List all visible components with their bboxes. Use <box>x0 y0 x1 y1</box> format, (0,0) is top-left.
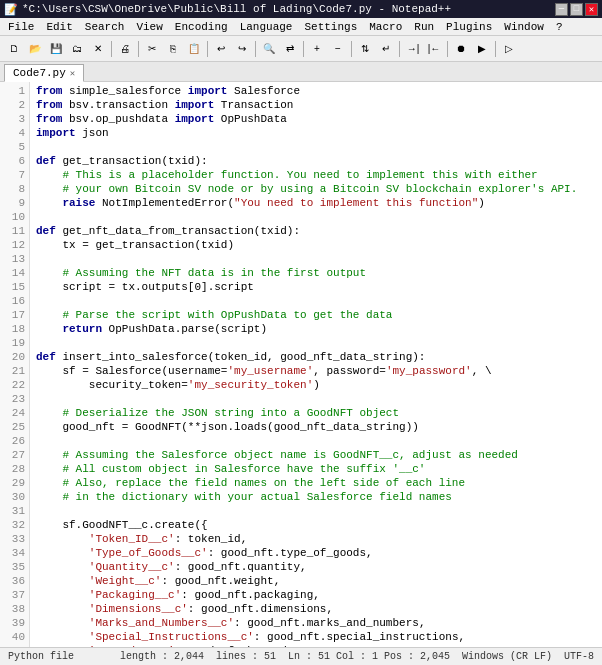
menu-edit[interactable]: Edit <box>40 18 78 35</box>
code-line <box>36 294 596 308</box>
status-bar: Python file length : 2,044 lines : 51 Ln… <box>0 647 602 665</box>
code-line <box>36 504 596 518</box>
toolbar-sep-1 <box>111 41 112 57</box>
macro-button[interactable]: ⏺ <box>451 39 471 59</box>
zoom-out-button[interactable]: − <box>328 39 348 59</box>
cut-button[interactable]: ✂ <box>142 39 162 59</box>
outdent-button[interactable]: |← <box>424 39 444 59</box>
maximize-button[interactable]: □ <box>570 3 583 16</box>
menu-plugins[interactable]: Plugins <box>440 18 498 35</box>
menu-settings[interactable]: Settings <box>298 18 363 35</box>
line-number: 32 <box>4 518 25 532</box>
toolbar-sep-5 <box>303 41 304 57</box>
menu-encoding[interactable]: Encoding <box>169 18 234 35</box>
line-number: 17 <box>4 308 25 322</box>
line-number: 14 <box>4 266 25 280</box>
menu-help[interactable]: ? <box>550 18 569 35</box>
line-number: 25 <box>4 420 25 434</box>
code-line <box>36 210 596 224</box>
line-number: 35 <box>4 560 25 574</box>
code-line: 'Weight__c': good_nft.weight, <box>36 574 596 588</box>
copy-button[interactable]: ⎘ <box>163 39 183 59</box>
run-script-button[interactable]: ▷ <box>499 39 519 59</box>
line-number: 22 <box>4 378 25 392</box>
line-number: 4 <box>4 126 25 140</box>
redo-button[interactable]: ↪ <box>232 39 252 59</box>
undo-button[interactable]: ↩ <box>211 39 231 59</box>
menu-search[interactable]: Search <box>79 18 131 35</box>
minimize-button[interactable]: ─ <box>555 3 568 16</box>
code-line: # Parse the script with OpPushData to ge… <box>36 308 596 322</box>
line-number: 11 <box>4 224 25 238</box>
menu-language[interactable]: Language <box>234 18 299 35</box>
save-all-button[interactable]: 🗂 <box>67 39 87 59</box>
code-line: security_token='my_security_token') <box>36 378 596 392</box>
code-line: sf = Salesforce(username='my_username', … <box>36 364 596 378</box>
position-info: Ln : 51 Col : 1 Pos : 2,045 <box>288 651 450 662</box>
run-macro-button[interactable]: ▶ <box>472 39 492 59</box>
replace-button[interactable]: ⇄ <box>280 39 300 59</box>
line-number: 16 <box>4 294 25 308</box>
menu-file[interactable]: File <box>2 18 40 35</box>
find-button[interactable]: 🔍 <box>259 39 279 59</box>
tab-close-icon[interactable]: ✕ <box>70 68 75 79</box>
line-numbers: 1234567891011121314151617181920212223242… <box>0 82 30 647</box>
menu-run[interactable]: Run <box>408 18 440 35</box>
tab-label: Code7.py <box>13 67 66 79</box>
code-line: sf.GoodNFT__c.create({ <box>36 518 596 532</box>
line-number: 6 <box>4 154 25 168</box>
line-number: 15 <box>4 280 25 294</box>
line-number: 24 <box>4 406 25 420</box>
code-line: from bsv.op_pushdata import OpPushData <box>36 112 596 126</box>
file-type: Python file <box>8 651 74 662</box>
code-line: import json <box>36 126 596 140</box>
zoom-in-button[interactable]: + <box>307 39 327 59</box>
close-button[interactable]: ✕ <box>585 3 598 16</box>
line-number: 28 <box>4 462 25 476</box>
editor-area: 1234567891011121314151617181920212223242… <box>0 82 602 647</box>
code-line: # Also, replace the field names on the l… <box>36 476 596 490</box>
code-line <box>36 336 596 350</box>
print-button[interactable]: 🖨 <box>115 39 135 59</box>
window-title: *C:\Users\CSW\OneDrive\Public\Bill of La… <box>22 3 451 15</box>
line-number: 36 <box>4 574 25 588</box>
line-number: 8 <box>4 182 25 196</box>
paste-button[interactable]: 📋 <box>184 39 204 59</box>
code-line: # Deserialize the JSON string into a Goo… <box>36 406 596 420</box>
length-info: length : 2,044 <box>120 651 204 662</box>
line-number: 40 <box>4 630 25 644</box>
code-line: from simple_salesforce import Salesforce <box>36 84 596 98</box>
sync-scroll-button[interactable]: ⇅ <box>355 39 375 59</box>
new-button[interactable]: 🗋 <box>4 39 24 59</box>
line-number: 3 <box>4 112 25 126</box>
line-number: 20 <box>4 350 25 364</box>
line-ending: Windows (CR LF) <box>462 651 552 662</box>
word-wrap-button[interactable]: ↵ <box>376 39 396 59</box>
save-button[interactable]: 💾 <box>46 39 66 59</box>
menu-view[interactable]: View <box>130 18 168 35</box>
line-number: 9 <box>4 196 25 210</box>
menu-window[interactable]: Window <box>498 18 550 35</box>
menu-macro[interactable]: Macro <box>363 18 408 35</box>
line-number: 7 <box>4 168 25 182</box>
line-number: 21 <box>4 364 25 378</box>
line-number: 34 <box>4 546 25 560</box>
toolbar: 🗋 📂 💾 🗂 ✕ 🖨 ✂ ⎘ 📋 ↩ ↪ 🔍 ⇄ + − ⇅ ↵ →| |← … <box>0 36 602 62</box>
indent-button[interactable]: →| <box>403 39 423 59</box>
close-button2[interactable]: ✕ <box>88 39 108 59</box>
code-line: 'Dimensions__c': good_nft.dimensions, <box>36 602 596 616</box>
line-number: 18 <box>4 322 25 336</box>
line-number: 13 <box>4 252 25 266</box>
code-line: 'Type_of_Goods__c': good_nft.type_of_goo… <box>36 546 596 560</box>
code-editor[interactable]: from simple_salesforce import Salesforce… <box>30 82 602 647</box>
toolbar-sep-4 <box>255 41 256 57</box>
window-controls[interactable]: ─ □ ✕ <box>555 3 598 16</box>
code-line: 'Packaging__c': good_nft.packaging, <box>36 588 596 602</box>
line-number: 10 <box>4 210 25 224</box>
open-button[interactable]: 📂 <box>25 39 45 59</box>
tab-code7py[interactable]: Code7.py ✕ <box>4 64 84 82</box>
code-line: 'Token_ID__c': token_id, <box>36 532 596 546</box>
toolbar-sep-8 <box>447 41 448 57</box>
code-line: from bsv.transaction import Transaction <box>36 98 596 112</box>
line-number: 33 <box>4 532 25 546</box>
